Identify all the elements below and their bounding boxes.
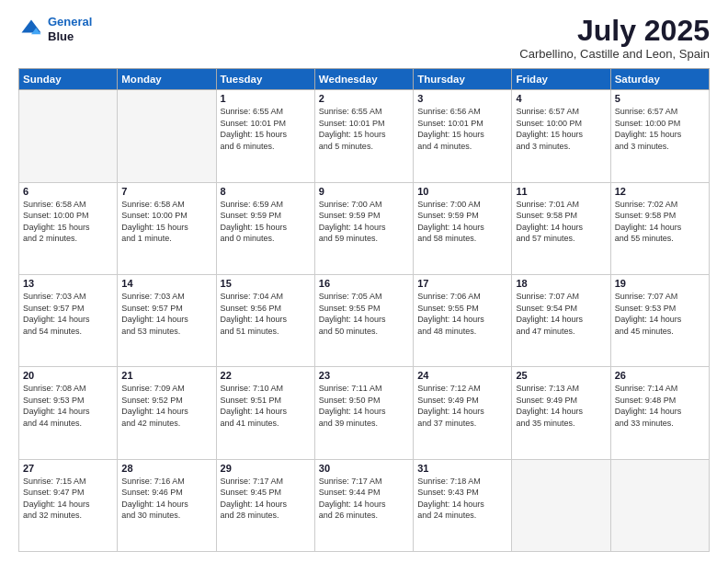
day-number: 4 bbox=[516, 93, 606, 104]
calendar-day: 12Sunrise: 7:02 AMSunset: 9:58 PMDayligh… bbox=[610, 182, 709, 274]
day-number: 9 bbox=[319, 186, 409, 197]
day-number: 16 bbox=[319, 278, 409, 289]
subtitle: Carbellino, Castille and Leon, Spain bbox=[519, 47, 710, 61]
day-number: 3 bbox=[417, 93, 507, 104]
day-number: 14 bbox=[121, 278, 211, 289]
day-number: 19 bbox=[615, 278, 705, 289]
day-number: 1 bbox=[221, 93, 311, 104]
day-number: 22 bbox=[221, 370, 311, 381]
calendar-day: 2Sunrise: 6:55 AMSunset: 10:01 PMDayligh… bbox=[314, 90, 413, 182]
calendar-day: 22Sunrise: 7:10 AMSunset: 9:51 PMDayligh… bbox=[216, 367, 314, 459]
calendar-day: 20Sunrise: 7:08 AMSunset: 9:53 PMDayligh… bbox=[19, 367, 118, 459]
logo: General Blue bbox=[18, 15, 92, 43]
calendar-day: 25Sunrise: 7:13 AMSunset: 9:49 PMDayligh… bbox=[512, 367, 610, 459]
calendar-day: 28Sunrise: 7:16 AMSunset: 9:46 PMDayligh… bbox=[118, 459, 216, 551]
day-number: 27 bbox=[23, 463, 113, 474]
calendar-day: 15Sunrise: 7:04 AMSunset: 9:56 PMDayligh… bbox=[216, 274, 314, 366]
week-row: 20Sunrise: 7:08 AMSunset: 9:53 PMDayligh… bbox=[19, 367, 710, 459]
day-number: 10 bbox=[417, 186, 507, 197]
calendar-day: 1Sunrise: 6:55 AMSunset: 10:01 PMDayligh… bbox=[216, 90, 314, 182]
calendar-empty bbox=[610, 459, 709, 551]
weekday-header-cell: Saturday bbox=[610, 69, 709, 90]
weekday-header-cell: Wednesday bbox=[314, 69, 413, 90]
day-number: 15 bbox=[221, 278, 311, 289]
weekday-header-cell: Monday bbox=[118, 69, 216, 90]
calendar-day: 29Sunrise: 7:17 AMSunset: 9:45 PMDayligh… bbox=[216, 459, 314, 551]
day-info: Sunrise: 7:00 AMSunset: 9:59 PMDaylight:… bbox=[417, 199, 507, 245]
calendar-day: 16Sunrise: 7:05 AMSunset: 9:55 PMDayligh… bbox=[314, 274, 413, 366]
day-info: Sunrise: 7:18 AMSunset: 9:43 PMDaylight:… bbox=[417, 476, 507, 522]
calendar-day: 23Sunrise: 7:11 AMSunset: 9:50 PMDayligh… bbox=[314, 367, 413, 459]
calendar-day: 10Sunrise: 7:00 AMSunset: 9:59 PMDayligh… bbox=[414, 182, 512, 274]
day-number: 11 bbox=[516, 186, 606, 197]
calendar: SundayMondayTuesdayWednesdayThursdayFrid… bbox=[18, 68, 710, 552]
calendar-day: 9Sunrise: 7:00 AMSunset: 9:59 PMDaylight… bbox=[314, 182, 413, 274]
week-row: 1Sunrise: 6:55 AMSunset: 10:01 PMDayligh… bbox=[19, 90, 710, 182]
calendar-day: 14Sunrise: 7:03 AMSunset: 9:57 PMDayligh… bbox=[118, 274, 216, 366]
day-number: 12 bbox=[615, 186, 705, 197]
day-number: 31 bbox=[417, 463, 507, 474]
page: General Blue July 2025 Carbellino, Casti… bbox=[0, 0, 728, 563]
day-info: Sunrise: 6:57 AMSunset: 10:00 PMDaylight… bbox=[516, 106, 606, 152]
calendar-day: 26Sunrise: 7:14 AMSunset: 9:48 PMDayligh… bbox=[610, 367, 709, 459]
weekday-header-cell: Tuesday bbox=[216, 69, 314, 90]
day-number: 24 bbox=[417, 370, 507, 381]
day-info: Sunrise: 7:06 AMSunset: 9:55 PMDaylight:… bbox=[417, 291, 507, 337]
day-info: Sunrise: 6:56 AMSunset: 10:01 PMDaylight… bbox=[417, 106, 507, 152]
day-number: 18 bbox=[516, 278, 606, 289]
weekday-header-cell: Friday bbox=[512, 69, 610, 90]
day-info: Sunrise: 7:01 AMSunset: 9:58 PMDaylight:… bbox=[516, 199, 606, 245]
calendar-body: 1Sunrise: 6:55 AMSunset: 10:01 PMDayligh… bbox=[19, 90, 710, 552]
day-info: Sunrise: 7:00 AMSunset: 9:59 PMDaylight:… bbox=[319, 199, 409, 245]
month-title: July 2025 bbox=[519, 15, 710, 47]
day-info: Sunrise: 7:05 AMSunset: 9:55 PMDaylight:… bbox=[319, 291, 409, 337]
day-number: 29 bbox=[221, 463, 311, 474]
day-info: Sunrise: 7:04 AMSunset: 9:56 PMDaylight:… bbox=[221, 291, 311, 337]
day-number: 5 bbox=[615, 93, 705, 104]
day-info: Sunrise: 7:17 AMSunset: 9:45 PMDaylight:… bbox=[221, 476, 311, 522]
day-info: Sunrise: 6:58 AMSunset: 10:00 PMDaylight… bbox=[121, 199, 211, 245]
calendar-day: 27Sunrise: 7:15 AMSunset: 9:47 PMDayligh… bbox=[19, 459, 118, 551]
calendar-day: 30Sunrise: 7:17 AMSunset: 9:44 PMDayligh… bbox=[314, 459, 413, 551]
day-number: 28 bbox=[121, 463, 211, 474]
calendar-day: 4Sunrise: 6:57 AMSunset: 10:00 PMDayligh… bbox=[512, 90, 610, 182]
header: General Blue July 2025 Carbellino, Casti… bbox=[18, 15, 710, 61]
day-number: 13 bbox=[23, 278, 113, 289]
day-info: Sunrise: 7:03 AMSunset: 9:57 PMDaylight:… bbox=[121, 291, 211, 337]
day-number: 25 bbox=[516, 370, 606, 381]
calendar-day: 13Sunrise: 7:03 AMSunset: 9:57 PMDayligh… bbox=[19, 274, 118, 366]
calendar-day: 6Sunrise: 6:58 AMSunset: 10:00 PMDayligh… bbox=[19, 182, 118, 274]
calendar-day: 31Sunrise: 7:18 AMSunset: 9:43 PMDayligh… bbox=[414, 459, 512, 551]
calendar-day: 18Sunrise: 7:07 AMSunset: 9:54 PMDayligh… bbox=[512, 274, 610, 366]
day-info: Sunrise: 7:07 AMSunset: 9:53 PMDaylight:… bbox=[615, 291, 705, 337]
weekday-header-cell: Sunday bbox=[19, 69, 118, 90]
calendar-day: 19Sunrise: 7:07 AMSunset: 9:53 PMDayligh… bbox=[610, 274, 709, 366]
calendar-day: 11Sunrise: 7:01 AMSunset: 9:58 PMDayligh… bbox=[512, 182, 610, 274]
calendar-empty bbox=[118, 90, 216, 182]
day-number: 17 bbox=[417, 278, 507, 289]
day-info: Sunrise: 7:14 AMSunset: 9:48 PMDaylight:… bbox=[615, 383, 705, 429]
day-number: 2 bbox=[319, 93, 409, 104]
logo-text: General Blue bbox=[48, 15, 92, 43]
day-info: Sunrise: 6:57 AMSunset: 10:00 PMDaylight… bbox=[615, 106, 705, 152]
calendar-day: 17Sunrise: 7:06 AMSunset: 9:55 PMDayligh… bbox=[414, 274, 512, 366]
day-info: Sunrise: 7:08 AMSunset: 9:53 PMDaylight:… bbox=[23, 383, 113, 429]
day-number: 30 bbox=[319, 463, 409, 474]
day-number: 21 bbox=[121, 370, 211, 381]
day-info: Sunrise: 7:17 AMSunset: 9:44 PMDaylight:… bbox=[319, 476, 409, 522]
day-info: Sunrise: 7:12 AMSunset: 9:49 PMDaylight:… bbox=[417, 383, 507, 429]
day-info: Sunrise: 6:55 AMSunset: 10:01 PMDaylight… bbox=[221, 106, 311, 152]
day-number: 7 bbox=[121, 186, 211, 197]
day-info: Sunrise: 6:59 AMSunset: 9:59 PMDaylight:… bbox=[221, 199, 311, 245]
calendar-day: 8Sunrise: 6:59 AMSunset: 9:59 PMDaylight… bbox=[216, 182, 314, 274]
day-number: 26 bbox=[615, 370, 705, 381]
day-info: Sunrise: 7:15 AMSunset: 9:47 PMDaylight:… bbox=[23, 476, 113, 522]
calendar-day: 3Sunrise: 6:56 AMSunset: 10:01 PMDayligh… bbox=[414, 90, 512, 182]
calendar-day: 7Sunrise: 6:58 AMSunset: 10:00 PMDayligh… bbox=[118, 182, 216, 274]
week-row: 6Sunrise: 6:58 AMSunset: 10:00 PMDayligh… bbox=[19, 182, 710, 274]
weekday-header-cell: Thursday bbox=[414, 69, 512, 90]
day-info: Sunrise: 7:16 AMSunset: 9:46 PMDaylight:… bbox=[121, 476, 211, 522]
week-row: 27Sunrise: 7:15 AMSunset: 9:47 PMDayligh… bbox=[19, 459, 710, 551]
logo-icon bbox=[18, 17, 44, 42]
week-row: 13Sunrise: 7:03 AMSunset: 9:57 PMDayligh… bbox=[19, 274, 710, 366]
